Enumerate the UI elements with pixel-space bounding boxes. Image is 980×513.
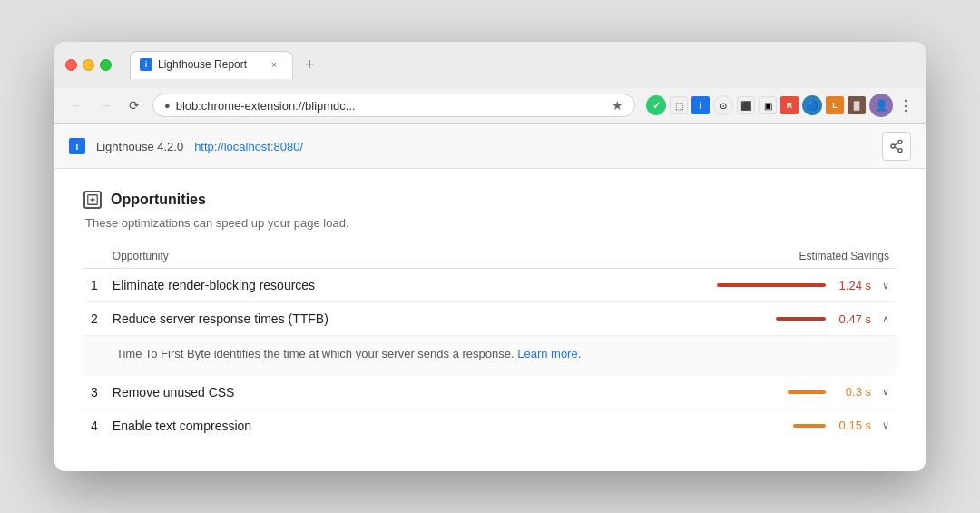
col-num-header (83, 244, 105, 269)
row-label: Eliminate render-blocking resources (105, 269, 538, 302)
savings-bar-container (717, 283, 826, 287)
savings-bar (788, 390, 826, 394)
learn-more-link[interactable]: Learn more (517, 347, 577, 360)
tab-close-button[interactable]: × (267, 57, 281, 72)
back-button[interactable]: ← (65, 94, 87, 116)
expand-chevron[interactable]: ∨ (882, 280, 889, 291)
row-number: 2 (83, 302, 105, 336)
toolbar-icons: ✓ ⬚ i ⊙ ⬛ ▣ R (646, 94, 915, 117)
security-icon: ● (164, 100, 171, 111)
savings-bar-container (788, 390, 826, 394)
expanded-content: Time To First Byte identifies the time a… (83, 336, 897, 376)
savings-bar-container (776, 317, 826, 321)
section-title: Opportunities (111, 192, 206, 208)
expand-chevron[interactable]: ∨ (882, 419, 889, 431)
active-tab[interactable]: i Lighthouse Report × (130, 51, 293, 79)
svg-point-2 (898, 149, 902, 153)
col-savings-header: Estimated Savings (538, 244, 897, 269)
savings-value: 0.15 s (833, 419, 871, 432)
expanded-row: Time To First Byte identifies the time a… (83, 336, 897, 376)
ext-icon-8[interactable]: 🔵 (802, 95, 822, 115)
row-number: 3 (83, 376, 105, 409)
ext-icon-7[interactable]: R (780, 96, 799, 114)
main-content: Opportunities These optimizations can sp… (54, 169, 926, 471)
ext-icon-6[interactable]: ▣ (759, 96, 777, 114)
forward-button[interactable]: → (94, 94, 116, 116)
savings-cell: 1.24 s ∨ (538, 269, 897, 302)
lighthouse-url-link[interactable]: http://localhost:8080/ (194, 140, 303, 153)
savings-bar (793, 424, 826, 428)
refresh-button[interactable]: ⟳ (123, 94, 145, 116)
ext-icon-9[interactable]: L (826, 96, 844, 114)
tab-title: Lighthouse Report (158, 58, 247, 71)
ext-icon-1[interactable]: ✓ (646, 95, 666, 115)
savings-cell: 0.47 s ∧ (538, 302, 897, 336)
section-description: These optimizations can speed up your pa… (85, 216, 897, 230)
section-header: Opportunities (83, 191, 897, 209)
svg-line-4 (895, 143, 899, 146)
expand-chevron[interactable]: ∨ (882, 386, 889, 398)
savings-value: 1.24 s (833, 279, 871, 292)
savings-bar (776, 317, 826, 321)
savings-bar (717, 283, 826, 287)
maximize-button[interactable] (100, 59, 112, 71)
table-row: 4 Enable text compression 0.15 s ∨ (83, 409, 897, 442)
url-text: blob:chrome-extension://blipmdc... (176, 99, 606, 113)
svg-point-1 (891, 144, 895, 148)
svg-point-0 (898, 141, 902, 144)
address-bar: ← → ⟳ ● blob:chrome-extension://blipmdc.… (54, 88, 926, 123)
table-row: 1 Eliminate render-blocking resources 1.… (83, 269, 897, 302)
row-label: Remove unused CSS (105, 376, 538, 409)
savings-cell: 0.15 s ∨ (538, 409, 897, 442)
ext-icon-5[interactable]: ⬛ (737, 96, 755, 114)
omnibox[interactable]: ● blob:chrome-extension://blipmdc... ★ (152, 94, 635, 117)
tab-favicon: i (140, 58, 152, 71)
ext-icon-10[interactable]: ▓ (848, 96, 866, 114)
ext-icon-3[interactable]: i (691, 96, 710, 114)
share-button[interactable] (882, 132, 911, 161)
audit-table: Opportunity Estimated Savings 1 Eliminat… (83, 244, 897, 442)
tab-bar: i Lighthouse Report × + (130, 51, 322, 79)
minimize-button[interactable] (83, 59, 94, 71)
savings-value: 0.3 s (833, 385, 871, 399)
title-bar: i Lighthouse Report × + ← → ⟳ ● blob:chr… (54, 42, 926, 124)
expand-chevron[interactable]: ∧ (882, 313, 889, 325)
browser-window: i Lighthouse Report × + ← → ⟳ ● blob:chr… (54, 42, 926, 471)
savings-cell: 0.3 s ∨ (538, 376, 897, 409)
lighthouse-icon: i (69, 138, 85, 154)
bookmark-icon[interactable]: ★ (612, 98, 623, 113)
traffic-lights (65, 59, 112, 71)
svg-line-3 (895, 147, 899, 150)
savings-value: 0.47 s (833, 312, 871, 326)
table-row: 2 Reduce server response times (TTFB) 0.… (83, 302, 897, 336)
ext-icon-2[interactable]: ⬚ (670, 96, 688, 114)
profile-avatar[interactable]: 👤 (869, 94, 893, 117)
lighthouse-version: Lighthouse 4.2.0 (96, 140, 183, 153)
table-row: 3 Remove unused CSS 0.3 s ∨ (83, 376, 897, 409)
row-label: Enable text compression (105, 409, 538, 442)
ext-icon-4[interactable]: ⊙ (713, 95, 733, 115)
close-button[interactable] (65, 59, 77, 71)
expanded-text: Time To First Byte identifies the time a… (116, 347, 581, 360)
new-tab-button[interactable]: + (297, 52, 322, 77)
col-opportunity-header: Opportunity (105, 244, 538, 269)
opportunities-icon (83, 191, 102, 209)
row-number: 1 (83, 269, 105, 302)
menu-button[interactable]: ⋮ (897, 97, 915, 114)
row-label: Reduce server response times (TTFB) (105, 302, 538, 336)
lighthouse-info-bar: i Lighthouse 4.2.0 http://localhost:8080… (54, 124, 926, 169)
savings-bar-container (793, 424, 826, 428)
row-number: 4 (83, 409, 105, 442)
